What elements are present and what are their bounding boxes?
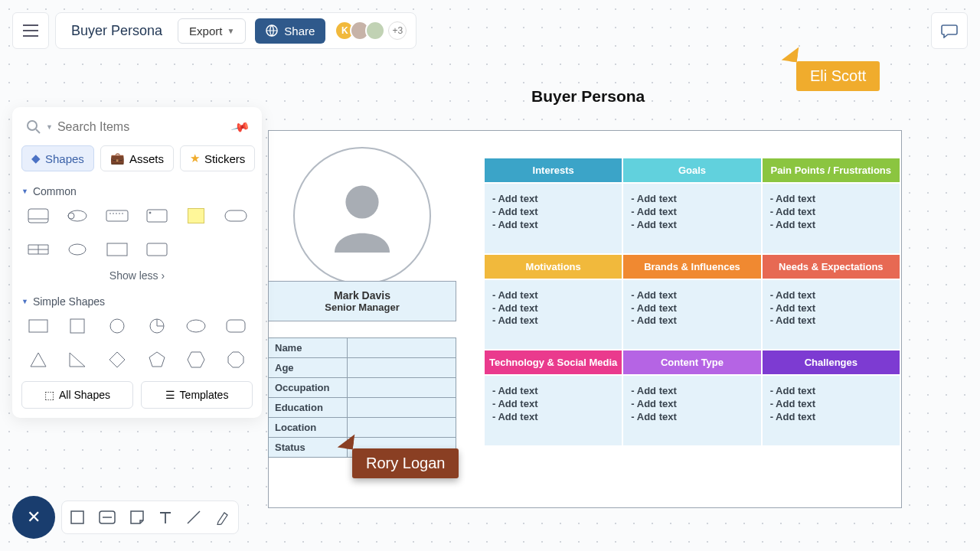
shape-pentagon-icon[interactable] — [145, 350, 168, 369]
section-header[interactable]: Technology & Social Media — [484, 350, 622, 375]
shape-oval-icon[interactable] — [185, 317, 207, 335]
section-header[interactable]: Content Type — [622, 350, 761, 375]
shape-ellipse-icon[interactable] — [66, 240, 89, 259]
tab-shapes[interactable]: ◆Shapes — [21, 145, 94, 171]
field-label[interactable]: Age — [269, 358, 348, 378]
svg-rect-12 — [147, 243, 167, 256]
canvas-heading[interactable]: Buyer Persona — [531, 87, 645, 106]
tool-text-box-icon[interactable] — [99, 510, 116, 524]
field-value[interactable] — [347, 398, 456, 418]
tab-assets[interactable]: 💼Assets — [100, 145, 174, 171]
section-simple-shapes[interactable]: ▼Simple Shapes — [21, 295, 253, 308]
tool-rectangle-icon[interactable] — [70, 510, 85, 525]
section-body[interactable]: - Add text- Add text- Add text — [622, 279, 761, 350]
tab-stickers[interactable]: ★Stickers — [180, 145, 255, 171]
shape-rect-alt-icon[interactable] — [145, 240, 168, 259]
section-header[interactable]: Motivations — [484, 254, 622, 279]
shape-diamond-icon[interactable] — [106, 350, 129, 369]
field-label[interactable]: Occupation — [269, 378, 348, 398]
section-header[interactable]: Goals — [622, 158, 761, 183]
shape-hexagon-icon[interactable] — [185, 350, 207, 369]
hamburger-menu-button[interactable] — [12, 12, 49, 49]
panel-tabs: ◆Shapes 💼Assets ★Stickers — [21, 145, 253, 171]
shape-window-icon[interactable] — [145, 207, 168, 225]
field-label[interactable]: Status — [269, 438, 348, 458]
tool-line-icon[interactable] — [186, 510, 201, 525]
avatar[interactable] — [365, 21, 385, 41]
section-body[interactable]: - Add text- Add text- Add text — [762, 279, 900, 350]
share-button[interactable]: Share — [255, 18, 325, 44]
section-body[interactable]: - Add text- Add text- Add text — [762, 375, 900, 446]
shape-square-icon[interactable] — [66, 317, 89, 335]
field-value[interactable] — [347, 358, 456, 378]
shape-rounded-icon[interactable] — [224, 317, 247, 335]
avatar-overflow-count[interactable]: +3 — [388, 21, 407, 40]
section-body[interactable]: - Add text- Add text- Add text — [484, 279, 622, 350]
collaborator-cursor-eli: Eli Scott — [796, 61, 880, 91]
pin-icon[interactable]: 📌 — [230, 117, 251, 137]
export-button[interactable]: Export ▼ — [178, 18, 246, 44]
persona-name-box[interactable]: Mark Davis Senior Manager — [268, 281, 456, 321]
section-body[interactable]: - Add text- Add text- Add text — [622, 183, 761, 254]
bottom-toolbar: ✕ — [12, 496, 239, 539]
svg-point-17 — [187, 320, 205, 332]
field-label[interactable]: Location — [269, 418, 348, 438]
shape-card-icon[interactable] — [27, 207, 50, 225]
field-label[interactable]: Education — [269, 398, 348, 418]
chat-bubble-icon — [941, 23, 958, 38]
shape-donut-icon[interactable] — [145, 317, 168, 335]
shape-octagon-icon[interactable] — [224, 350, 247, 369]
persona-info-table[interactable]: Name Age Occupation Education Location S… — [268, 337, 456, 458]
field-value[interactable] — [347, 378, 456, 398]
section-header[interactable]: Needs & Expectations — [762, 254, 900, 279]
tab-label: Shapes — [45, 152, 84, 165]
shape-lined-icon[interactable] — [27, 240, 50, 259]
show-less-button[interactable]: Show less › — [21, 269, 253, 282]
section-common[interactable]: ▼Common — [21, 185, 253, 197]
section-body[interactable]: - Add text- Add text- Add text — [484, 375, 622, 446]
shape-triangle-icon[interactable] — [27, 350, 50, 369]
svg-point-1 — [345, 185, 378, 218]
section-body[interactable]: - Add text- Add text- Add text — [762, 183, 900, 254]
tool-sticky-icon[interactable] — [129, 510, 145, 525]
section-header[interactable]: Challenges — [762, 350, 900, 375]
shape-sticky-note-icon[interactable] — [185, 207, 207, 225]
section-header[interactable]: Pain Points / Frustrations — [762, 158, 900, 183]
search-input[interactable] — [57, 120, 228, 134]
shape-keyboard-icon[interactable] — [106, 207, 129, 225]
shape-circle-icon[interactable] — [106, 317, 129, 335]
section-body[interactable]: - Add text- Add text- Add text — [622, 375, 761, 446]
tab-label: Stickers — [204, 152, 245, 165]
tool-text-icon[interactable] — [158, 510, 172, 524]
shape-right-triangle-icon[interactable] — [66, 350, 89, 369]
templates-button[interactable]: ☰Templates — [141, 381, 253, 409]
section-header[interactable]: Interests — [484, 158, 622, 183]
shape-rounded-rect-icon[interactable] — [224, 207, 247, 225]
shape-cloud-icon[interactable] — [66, 207, 89, 225]
section-header[interactable]: Brands & Influences — [622, 254, 761, 279]
section-label: Common — [33, 185, 77, 197]
section-body[interactable]: - Add text- Add text- Add text — [484, 183, 622, 254]
field-value[interactable] — [347, 338, 456, 358]
collaborator-avatars[interactable]: K +3 — [335, 21, 407, 41]
close-toolbar-button[interactable]: ✕ — [12, 496, 55, 539]
persona-role: Senior Manager — [272, 302, 452, 313]
table-row: Occupation — [269, 378, 456, 398]
shape-rect-icon[interactable] — [106, 240, 129, 259]
svg-point-8 — [149, 212, 151, 214]
tool-highlighter-icon[interactable] — [215, 510, 230, 525]
svg-point-15 — [110, 319, 124, 333]
field-label[interactable]: Name — [269, 338, 348, 358]
field-value[interactable] — [347, 418, 456, 438]
persona-section-grid[interactable]: InterestsGoalsPain Points / Frustrations… — [484, 158, 900, 446]
document-title[interactable]: Buyer Persona — [65, 23, 168, 39]
shape-rectangle-icon[interactable] — [27, 317, 50, 335]
persona-avatar[interactable] — [293, 147, 431, 285]
export-label: Export — [189, 24, 222, 37]
share-label: Share — [284, 24, 315, 37]
table-row: Age — [269, 358, 456, 378]
comment-button[interactable] — [931, 12, 968, 49]
all-shapes-button[interactable]: ⬚All Shapes — [21, 381, 133, 409]
svg-rect-7 — [147, 210, 167, 222]
svg-rect-9 — [225, 210, 247, 221]
